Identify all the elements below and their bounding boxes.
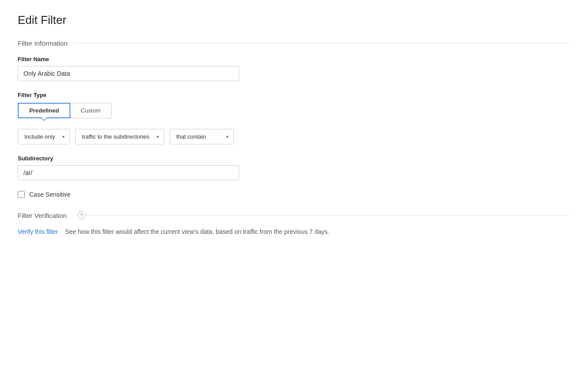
case-sensitive-checkbox[interactable] (18, 191, 25, 198)
subdirectory-label: Subdirectory (18, 155, 570, 162)
filter-verification-divider (85, 215, 570, 216)
filter-type-toggle: Predefined Custom (18, 103, 112, 118)
traffic-type-dropdown[interactable]: traffic to the subdirectories traffic to… (75, 129, 164, 144)
verify-row: Verify this filter See how this filter w… (18, 228, 570, 235)
subdirectory-group: Subdirectory (18, 155, 570, 180)
help-icon[interactable]: ? (77, 211, 85, 219)
filter-info-divider (75, 43, 570, 43)
filter-verification-label: Filter Verification (18, 212, 67, 219)
condition-wrapper: that contain that begin with that end wi… (170, 129, 234, 144)
filter-info-header: Filter Information (18, 39, 570, 47)
predefined-button[interactable]: Predefined (18, 103, 70, 118)
condition-dropdown[interactable]: that contain that begin with that end wi… (170, 129, 234, 144)
filter-name-label: Filter Name (18, 56, 570, 62)
verify-filter-link[interactable]: Verify this filter (18, 228, 58, 235)
filter-info-section: Filter Information Filter Name Filter Ty… (18, 39, 570, 198)
include-only-dropdown[interactable]: Include only Exclude all (18, 129, 70, 144)
case-sensitive-row: Case Sensitive (18, 191, 570, 198)
filter-verification-header: Filter Verification ? (18, 211, 570, 219)
case-sensitive-label: Case Sensitive (29, 191, 70, 198)
page-title: Edit Filter (18, 13, 570, 27)
subdirectory-input[interactable] (18, 165, 239, 180)
include-only-wrapper: Include only Exclude all (18, 129, 70, 144)
custom-button[interactable]: Custom (70, 103, 111, 118)
filter-dropdowns-row: Include only Exclude all traffic to the … (18, 129, 570, 144)
filter-verification-section: Filter Verification ? Verify this filter… (18, 211, 570, 235)
filter-type-group: Filter Type Predefined Custom (18, 92, 570, 118)
filter-info-label: Filter Information (18, 39, 68, 47)
filter-name-group: Filter Name (18, 56, 570, 81)
traffic-type-wrapper: traffic to the subdirectories traffic to… (75, 129, 164, 144)
verify-description: See how this filter would affect the cur… (65, 228, 329, 235)
filter-name-input[interactable] (18, 66, 239, 81)
filter-type-label: Filter Type (18, 92, 570, 98)
